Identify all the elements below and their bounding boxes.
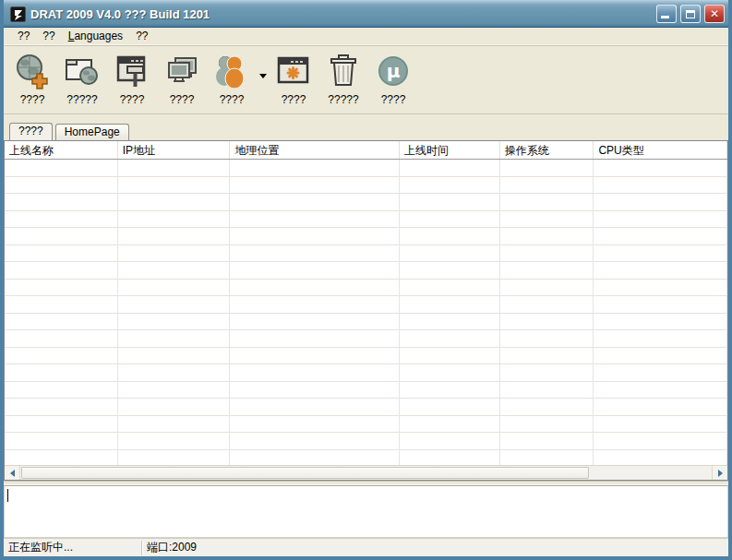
table-row[interactable] [5, 245, 727, 263]
column-header-name[interactable]: 上线名称 [5, 141, 118, 159]
table-cell [400, 280, 500, 297]
table-cell [500, 382, 594, 399]
tab-online[interactable]: ???? [9, 123, 53, 140]
horizontal-scrollbar[interactable] [5, 465, 727, 480]
table-cell [5, 177, 118, 195]
close-button[interactable]: ✕ [704, 5, 725, 23]
table-row[interactable] [5, 382, 727, 399]
table-cell [594, 177, 727, 195]
table-row[interactable] [5, 348, 727, 365]
table-cell [230, 399, 400, 416]
table-cell [118, 245, 231, 263]
toolbar-button-0[interactable]: ???? [7, 50, 57, 111]
table-cell [594, 450, 727, 466]
table-cell [230, 364, 400, 382]
table-cell [400, 416, 500, 434]
toolbar-button-1[interactable]: ????? [57, 50, 107, 111]
table-row[interactable] [5, 160, 727, 177]
tab-strip: ???? HomePage [4, 114, 728, 140]
table-cell [230, 416, 400, 434]
table-cell [230, 382, 400, 399]
table-cell [5, 399, 118, 416]
app-icon[interactable] [10, 6, 26, 22]
column-header-location[interactable]: 地理位置 [230, 141, 400, 159]
toolbar-label: ???? [220, 93, 245, 106]
table-row[interactable] [5, 177, 727, 195]
scroll-left-button[interactable] [5, 466, 20, 480]
table-cell [5, 160, 118, 177]
table-cell [118, 228, 231, 245]
table-cell [230, 433, 400, 450]
minimize-button[interactable] [656, 5, 677, 23]
scrollbar-thumb[interactable] [21, 467, 589, 479]
table-row[interactable] [5, 364, 727, 382]
table-row[interactable] [5, 262, 727, 280]
table-cell [594, 330, 727, 348]
table-cell [230, 228, 400, 245]
toolbar-button-3[interactable]: ???? [157, 50, 207, 111]
table-cell [500, 399, 594, 416]
table-row[interactable] [5, 416, 727, 434]
table-row[interactable] [5, 330, 727, 348]
column-header-cpu[interactable]: CPU类型 [594, 141, 727, 159]
table-cell [594, 245, 727, 263]
toolbar-button-4[interactable]: ???? [207, 50, 257, 111]
table-cell [118, 364, 231, 382]
table-cell [400, 450, 500, 466]
table-cell [400, 433, 500, 450]
toolbar-button-5[interactable]: ???? [269, 50, 318, 111]
toolbar-button-6[interactable]: ????? [318, 50, 368, 111]
table-cell [400, 194, 500, 211]
menu-item-3[interactable]: ?? [129, 29, 154, 43]
users-dropdown-button[interactable] [257, 54, 269, 97]
table-body[interactable] [5, 160, 727, 465]
table-cell [118, 177, 231, 195]
menu-item-1[interactable]: ?? [36, 29, 61, 43]
table-cell [594, 211, 727, 229]
table-row[interactable] [5, 433, 727, 450]
maximize-button[interactable] [680, 5, 701, 23]
tab-homepage[interactable]: HomePage [55, 124, 129, 140]
log-textbox[interactable] [4, 485, 728, 538]
chevron-down-icon [259, 74, 267, 78]
table-cell [400, 228, 500, 245]
table-row[interactable] [5, 296, 727, 314]
window-title: DRAT 2009 V4.0 ??? Build 1201 [30, 7, 210, 21]
table-row[interactable] [5, 228, 727, 245]
table-row[interactable] [5, 194, 727, 211]
table-cell [230, 211, 400, 229]
column-header-os[interactable]: 操作系统 [500, 141, 594, 159]
toolbar-button-7[interactable]: μ ???? [368, 50, 418, 111]
toolbar-label: ???? [282, 93, 306, 106]
text-caret [7, 489, 8, 502]
table-cell [118, 416, 231, 434]
table-cell [594, 348, 727, 365]
table-row[interactable] [5, 314, 727, 331]
menu-item-languages[interactable]: Languages [62, 29, 129, 43]
table-row[interactable] [5, 450, 727, 466]
table-cell [400, 314, 500, 331]
minimize-icon [661, 16, 669, 18]
table-cell [594, 399, 727, 416]
title-bar[interactable]: DRAT 2009 V4.0 ??? Build 1201 ✕ [4, 0, 728, 28]
mu-circle-icon: μ [375, 50, 412, 92]
table-row[interactable] [5, 211, 727, 229]
table-cell [594, 314, 727, 331]
table-cell [400, 160, 500, 177]
table-cell [400, 399, 500, 416]
table-header-row: 上线名称 IP地址 地理位置 上线时间 操作系统 CPU类型 [5, 141, 727, 160]
column-header-time[interactable]: 上线时间 [400, 141, 500, 159]
table-cell [594, 416, 727, 434]
table-row[interactable] [5, 280, 727, 297]
table-cell [400, 262, 500, 280]
table-cell [230, 314, 400, 331]
menu-item-0[interactable]: ?? [11, 29, 36, 43]
toolbar-button-2[interactable]: ???? [107, 50, 157, 111]
scroll-right-button[interactable] [712, 466, 727, 480]
table-cell [5, 364, 118, 382]
table-row[interactable] [5, 399, 727, 416]
table-cell [400, 330, 500, 348]
table-cell [5, 211, 118, 229]
column-header-ip[interactable]: IP地址 [118, 141, 231, 159]
table-cell [400, 211, 500, 229]
